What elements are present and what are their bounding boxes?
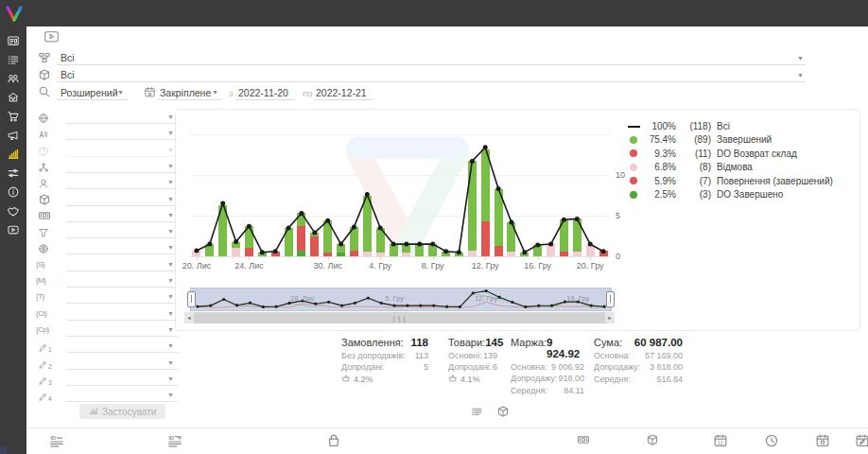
sidebar-item-video-lessons-icon[interactable] bbox=[0, 221, 26, 238]
view-products-icon[interactable] bbox=[496, 405, 510, 422]
search-mode-field[interactable] bbox=[57, 99, 129, 100]
date-from-field[interactable] bbox=[236, 99, 295, 100]
bar-day-9[interactable] bbox=[310, 233, 319, 256]
product-caret-icon[interactable]: ▼ bbox=[167, 196, 174, 202]
bar-day-14[interactable] bbox=[376, 228, 385, 256]
date-to-field[interactable] bbox=[314, 99, 373, 100]
legend-item[interactable]: 6.8%(8)Відмова bbox=[627, 161, 854, 175]
bar-day-27[interactable] bbox=[547, 244, 555, 256]
bar-day-25[interactable] bbox=[520, 253, 529, 256]
navigator-left-handle[interactable] bbox=[187, 291, 196, 307]
custom-field-4-field[interactable] bbox=[66, 401, 178, 402]
filter-row-utm-term[interactable]: {T}▼ bbox=[36, 289, 178, 306]
payment-field[interactable] bbox=[66, 221, 178, 222]
chart-plot-area[interactable] bbox=[190, 124, 610, 256]
bar-day-19[interactable] bbox=[442, 252, 450, 256]
bar-day-11[interactable] bbox=[337, 244, 345, 256]
legend-item[interactable]: 100%(118)Всі bbox=[627, 119, 854, 133]
bar-day-10[interactable] bbox=[323, 220, 332, 256]
date-from-value[interactable]: 2022-11-20 bbox=[238, 87, 288, 98]
report-money-icon[interactable] bbox=[577, 433, 590, 450]
video-help-button[interactable] bbox=[43, 28, 60, 48]
bar-day-2[interactable] bbox=[218, 205, 227, 256]
filter-row-country[interactable]: ▼ bbox=[36, 110, 178, 126]
bar-day-21[interactable] bbox=[468, 161, 477, 256]
bar-day-26[interactable] bbox=[533, 245, 542, 256]
utm-content-caret-icon[interactable]: ▼ bbox=[167, 310, 174, 317]
bar-day-30[interactable] bbox=[586, 245, 595, 256]
utm-medium-field[interactable] bbox=[66, 287, 178, 288]
country-caret-icon[interactable]: ▼ bbox=[167, 114, 174, 120]
custom-field-1-field[interactable] bbox=[66, 352, 178, 353]
sidebar-item-partners-icon[interactable] bbox=[0, 202, 26, 219]
sidebar-item-analytics-icon[interactable] bbox=[0, 146, 26, 163]
navigator-right-handle[interactable] bbox=[606, 291, 615, 307]
view-list-icon[interactable] bbox=[471, 405, 483, 422]
manager-field[interactable] bbox=[66, 188, 178, 189]
filter-row-utm-source[interactable]: {S}▼ bbox=[36, 257, 178, 273]
filter-row-custom-field-4[interactable]: 4▼ bbox=[36, 388, 178, 404]
bar-day-29[interactable] bbox=[573, 218, 582, 256]
sidebar-item-clients-icon[interactable] bbox=[0, 70, 26, 87]
utm-term-caret-icon[interactable]: ▼ bbox=[167, 293, 174, 300]
bar-day-31[interactable] bbox=[599, 251, 608, 256]
scrollbar-thumb[interactable]: | | | bbox=[194, 312, 605, 323]
legend-item[interactable]: 5.9%(7)Повернення (завершений) bbox=[627, 174, 854, 188]
status-filter-field[interactable] bbox=[57, 64, 806, 65]
filter-row-custom-field-2[interactable]: 2▼ bbox=[36, 356, 178, 372]
sidebar-item-marketing-icon[interactable] bbox=[0, 127, 26, 144]
date-to-value[interactable]: 2022-12-21 bbox=[316, 87, 367, 98]
filter-row-product[interactable]: ▼ bbox=[36, 192, 178, 208]
bar-day-8[interactable] bbox=[297, 213, 305, 256]
bar-day-12[interactable] bbox=[350, 227, 358, 256]
status-filter-caret-icon[interactable]: ▼ bbox=[797, 55, 804, 61]
utm-source-caret-icon[interactable]: ▼ bbox=[167, 261, 174, 268]
sidebar-item-dashboard-icon[interactable] bbox=[0, 32, 26, 49]
filter-row-web-source[interactable]: ▼ bbox=[36, 240, 178, 256]
filter-row-utm-content[interactable]: {Ct}▼ bbox=[36, 306, 178, 323]
apply-button[interactable]: Застосувати bbox=[79, 404, 165, 419]
bar-day-4[interactable] bbox=[245, 226, 253, 256]
report-id-status-icon[interactable]: ID bbox=[167, 433, 182, 452]
report-calendar-edit-icon[interactable] bbox=[855, 433, 868, 452]
product-filter-caret-icon[interactable]: ▼ bbox=[797, 72, 804, 79]
legend-item[interactable]: 9.3%(11)DO Возврат склад bbox=[627, 147, 854, 161]
bar-day-15[interactable] bbox=[390, 244, 398, 256]
bar-day-1[interactable] bbox=[205, 244, 214, 256]
bar-day-20[interactable] bbox=[455, 253, 463, 256]
product-field[interactable] bbox=[66, 205, 178, 206]
custom-field-2-field[interactable] bbox=[66, 369, 178, 370]
report-bag-icon[interactable] bbox=[326, 433, 341, 452]
utm-campaign-field[interactable] bbox=[66, 336, 178, 337]
utm-campaign-caret-icon[interactable]: ▼ bbox=[167, 326, 174, 333]
custom-field-4-caret-icon[interactable]: ▼ bbox=[167, 392, 174, 398]
help-caret-icon[interactable]: ▼ bbox=[167, 147, 174, 153]
legend-item[interactable]: 75.4%(89)Завершений bbox=[627, 133, 854, 148]
sidebar-item-cart-icon[interactable] bbox=[0, 108, 26, 125]
filter-row-sort[interactable]: ▼ bbox=[36, 126, 178, 142]
sidebar-item-settings-icon[interactable] bbox=[0, 165, 26, 182]
sidebar-item-info-icon[interactable] bbox=[0, 183, 26, 201]
range-navigator[interactable]: 28. Лис5. Гру12. Гру19. Гру bbox=[190, 288, 612, 311]
filter-row-utm-campaign[interactable]: {Cp}▼ bbox=[36, 323, 178, 339]
filter-row-funnel[interactable]: ▼ bbox=[36, 224, 178, 240]
sidebar-item-orders-icon[interactable] bbox=[0, 51, 26, 68]
custom-field-3-caret-icon[interactable]: ▼ bbox=[167, 375, 174, 382]
product-filter-value[interactable]: Всі bbox=[61, 69, 75, 80]
chart-scrollbar[interactable]: ◄ | | | ► bbox=[184, 312, 615, 323]
bar-day-24[interactable] bbox=[507, 222, 515, 256]
bar-day-22[interactable] bbox=[481, 149, 490, 257]
scrollbar-left-arrow-icon[interactable]: ◄ bbox=[184, 312, 194, 323]
date-mode-value[interactable]: Закріплене bbox=[160, 87, 211, 98]
search-mode-value[interactable]: Розширений bbox=[61, 87, 118, 98]
filter-row-custom-field-3[interactable]: 3▼ bbox=[36, 372, 178, 388]
status-filter-value[interactable]: Всі bbox=[61, 52, 75, 63]
search-mode-caret-icon[interactable]: ▼ bbox=[117, 89, 124, 96]
bar-day-5[interactable] bbox=[258, 253, 267, 256]
filter-row-custom-field-1[interactable]: 1▼ bbox=[36, 339, 178, 355]
help-field[interactable] bbox=[66, 156, 178, 157]
funnel-field[interactable] bbox=[66, 237, 178, 238]
payment-caret-icon[interactable]: ▼ bbox=[167, 212, 174, 218]
bar-day-16[interactable] bbox=[402, 244, 410, 256]
utm-term-field[interactable] bbox=[66, 303, 178, 304]
